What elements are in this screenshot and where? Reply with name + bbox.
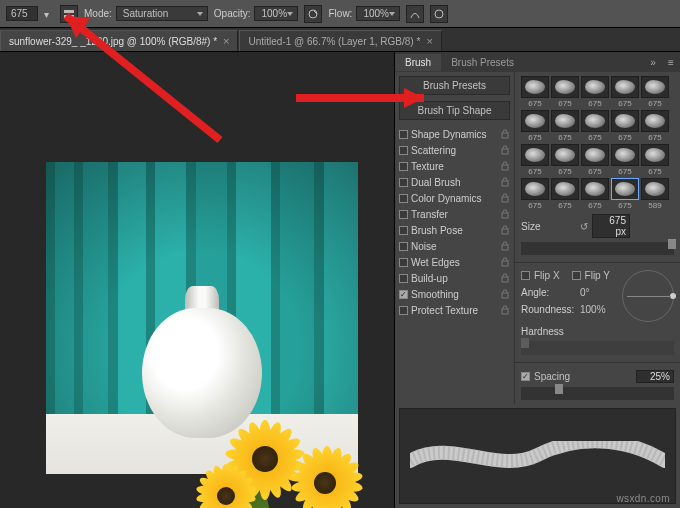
- svg-rect-12: [502, 293, 508, 298]
- brush-thumb[interactable]: 675: [641, 76, 669, 108]
- brush-tip-shape-button[interactable]: Brush Tip Shape: [399, 101, 510, 120]
- hardness-label: Hardness: [521, 326, 576, 337]
- brush-option-noise[interactable]: Noise: [399, 238, 510, 254]
- brush-thumb[interactable]: 675: [581, 144, 609, 176]
- brush-thumb[interactable]: 675: [611, 178, 639, 210]
- spacing-input[interactable]: 25%: [636, 370, 674, 383]
- flipy-checkbox[interactable]: [572, 271, 581, 280]
- canvas-area[interactable]: [0, 52, 394, 508]
- size-label: Size: [521, 221, 576, 232]
- option-label: Scattering: [411, 145, 456, 156]
- checkbox[interactable]: [399, 258, 408, 267]
- checkbox[interactable]: [399, 162, 408, 171]
- brush-thumb[interactable]: 675: [581, 178, 609, 210]
- brush-option-shape-dynamics[interactable]: Shape Dynamics: [399, 126, 510, 142]
- lock-icon[interactable]: [500, 193, 510, 203]
- thumb-label: 675: [528, 133, 541, 142]
- flipx-checkbox[interactable]: [521, 271, 530, 280]
- option-label: Smoothing: [411, 289, 459, 300]
- lock-icon[interactable]: [500, 129, 510, 139]
- brush-thumb[interactable]: 675: [521, 110, 549, 142]
- brush-thumb[interactable]: 675: [521, 144, 549, 176]
- roundness-value[interactable]: 100%: [580, 304, 606, 315]
- checkbox[interactable]: [399, 306, 408, 315]
- brush-thumb[interactable]: 675: [611, 76, 639, 108]
- lock-icon[interactable]: [500, 305, 510, 315]
- option-label: Texture: [411, 161, 444, 172]
- lock-icon[interactable]: [500, 273, 510, 283]
- lock-icon[interactable]: [500, 161, 510, 171]
- size-input[interactable]: 675 px: [592, 214, 630, 238]
- lock-icon[interactable]: [500, 145, 510, 155]
- lock-icon[interactable]: [500, 209, 510, 219]
- brush-thumb[interactable]: 675: [641, 110, 669, 142]
- checkbox[interactable]: [399, 242, 408, 251]
- size-slider[interactable]: [521, 242, 674, 255]
- panel-tab-brush-presets[interactable]: Brush Presets: [441, 54, 524, 71]
- panel-menu-icon[interactable]: ≡: [662, 57, 680, 68]
- option-label: Protect Texture: [411, 305, 478, 316]
- checkbox[interactable]: [399, 274, 408, 283]
- spacing-checkbox[interactable]: ✓: [521, 372, 530, 381]
- checkbox[interactable]: [399, 178, 408, 187]
- svg-rect-4: [502, 165, 508, 170]
- thumb-label: 675: [558, 167, 571, 176]
- close-icon[interactable]: ×: [223, 35, 229, 47]
- artboard: [46, 162, 358, 474]
- brush-thumb[interactable]: 675: [551, 76, 579, 108]
- expand-icon[interactable]: »: [644, 57, 662, 68]
- brush-option-dual-brush[interactable]: Dual Brush: [399, 174, 510, 190]
- close-icon[interactable]: ×: [426, 35, 432, 47]
- doc-tab-0[interactable]: sunflower-329_ _1280.jpg @ 100% (RGB/8#)…: [0, 30, 238, 51]
- checkbox[interactable]: [399, 194, 408, 203]
- brush-size-input[interactable]: 675: [6, 6, 38, 21]
- lock-icon[interactable]: [500, 225, 510, 235]
- mode-dropdown[interactable]: Saturation: [116, 6, 208, 21]
- checkbox[interactable]: ✓: [399, 290, 408, 299]
- angle-control[interactable]: [622, 270, 674, 322]
- brush-option-wet-edges[interactable]: Wet Edges: [399, 254, 510, 270]
- brush-thumb[interactable]: 675: [611, 144, 639, 176]
- reset-icon[interactable]: ↺: [580, 221, 588, 232]
- brush-option-transfer[interactable]: Transfer: [399, 206, 510, 222]
- brush-thumb[interactable]: 675: [551, 144, 579, 176]
- brush-presets-button[interactable]: Brush Presets: [399, 76, 510, 95]
- brush-thumb[interactable]: 675: [611, 110, 639, 142]
- brush-thumb[interactable]: 675: [641, 144, 669, 176]
- brush-option-brush-pose[interactable]: Brush Pose: [399, 222, 510, 238]
- brush-option-build-up[interactable]: Build-up: [399, 270, 510, 286]
- brush-option-scattering[interactable]: Scattering: [399, 142, 510, 158]
- brush-thumb[interactable]: 675: [581, 110, 609, 142]
- opacity-input[interactable]: 100%: [254, 6, 298, 21]
- brush-option-protect-texture[interactable]: Protect Texture: [399, 302, 510, 318]
- brush-preset-icon[interactable]: [60, 5, 78, 23]
- lock-icon[interactable]: [500, 241, 510, 251]
- spacing-slider[interactable]: [521, 387, 674, 400]
- brush-thumb[interactable]: 675: [521, 76, 549, 108]
- panel-tab-brush[interactable]: Brush: [395, 54, 441, 71]
- brush-thumb[interactable]: 589: [641, 178, 669, 210]
- doc-tab-1[interactable]: Untitled-1 @ 66.7% (Layer 1, RGB/8) *×: [239, 30, 441, 51]
- brush-thumb[interactable]: 675: [551, 110, 579, 142]
- airbrush-icon[interactable]: [406, 5, 424, 23]
- chevron-down-icon[interactable]: ▾: [44, 9, 54, 19]
- brush-option-color-dynamics[interactable]: Color Dynamics: [399, 190, 510, 206]
- lock-icon[interactable]: [500, 257, 510, 267]
- angle-label: Angle:: [521, 287, 576, 298]
- brush-thumb[interactable]: 675: [581, 76, 609, 108]
- brush-thumb[interactable]: 675: [521, 178, 549, 210]
- lock-icon[interactable]: [500, 177, 510, 187]
- checkbox[interactable]: [399, 210, 408, 219]
- option-label: Build-up: [411, 273, 448, 284]
- lock-icon[interactable]: [500, 289, 510, 299]
- checkbox[interactable]: [399, 146, 408, 155]
- checkbox[interactable]: [399, 130, 408, 139]
- flow-input[interactable]: 100%: [356, 6, 400, 21]
- brush-option-smoothing[interactable]: ✓Smoothing: [399, 286, 510, 302]
- brush-option-texture[interactable]: Texture: [399, 158, 510, 174]
- brush-thumb[interactable]: 675: [551, 178, 579, 210]
- checkbox[interactable]: [399, 226, 408, 235]
- angle-value[interactable]: 0°: [580, 287, 590, 298]
- pressure-opacity-icon[interactable]: [304, 5, 322, 23]
- pressure-size-icon[interactable]: [430, 5, 448, 23]
